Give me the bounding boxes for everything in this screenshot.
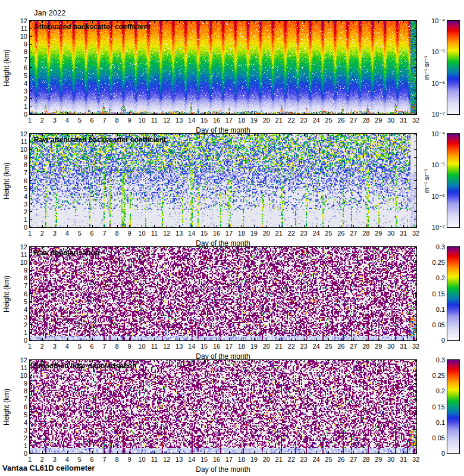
y-tick-label: 0	[7, 337, 27, 344]
x-tick-label: 3	[53, 456, 57, 463]
x-tick-label: 27	[350, 230, 357, 237]
y-tick-label: 10	[7, 33, 27, 40]
x-tick-label: 20	[263, 230, 270, 237]
y-tick-label: 6	[7, 64, 27, 71]
x-tick-label: 23	[300, 343, 307, 350]
x-tick-label: 6	[90, 343, 94, 350]
x-tick-label: 15	[200, 230, 208, 237]
x-tick-label: 16	[213, 343, 220, 350]
colorbar-tick-label: 10⁻⁴	[416, 130, 445, 138]
x-tick-label: 18	[238, 230, 245, 237]
x-tick-label: 29	[375, 343, 382, 350]
y-tick-label: 8	[7, 274, 27, 281]
x-tick-label: 14	[188, 230, 195, 237]
colorbar-tick-label: 0	[416, 450, 445, 457]
panel-title: Attenuated backscatter coefficient	[34, 23, 151, 31]
y-tick-label: 7	[7, 56, 27, 63]
x-tick-label: 11	[151, 117, 158, 124]
x-tick-label: 8	[115, 343, 118, 350]
y-tick-label: 11	[7, 364, 27, 371]
x-tick-label: 6	[90, 117, 94, 124]
y-tick-label: 1	[7, 442, 27, 449]
x-tick-label: 13	[175, 117, 183, 124]
x-tick-label: 11	[151, 343, 158, 350]
x-tick-label: 29	[375, 117, 382, 124]
x-tick-label: 28	[362, 456, 369, 463]
x-tick-label: 23	[300, 456, 307, 463]
x-tick-label: 8	[115, 456, 118, 463]
y-tick-label: 6	[7, 177, 27, 184]
y-tick-label: 11	[7, 25, 27, 32]
colorbar-tick-label: 0.25	[416, 372, 445, 379]
x-tick-label: 2	[40, 230, 44, 237]
colorbar-tick-label: 10⁻⁷	[416, 224, 445, 231]
x-tick-label: 17	[225, 456, 233, 463]
x-tick-label: 7	[103, 343, 106, 350]
colorbar	[447, 359, 460, 454]
y-tick-label: 7	[7, 395, 27, 402]
x-tick-label: 10	[138, 456, 145, 463]
colorbar-tick-label: 0.1	[416, 306, 445, 313]
x-tick-label: 31	[400, 117, 407, 124]
x-tick-label: 12	[163, 117, 170, 124]
y-tick-label: 1	[7, 329, 27, 336]
colorbar-tick-label: 10⁻⁶	[416, 192, 445, 200]
colorbar-tick-label: 10⁻⁵	[416, 161, 445, 169]
x-tick-label: 26	[337, 343, 344, 350]
y-tick-label: 12	[7, 17, 27, 24]
panel-title: Smoothed lidar depolarisation	[34, 362, 137, 370]
x-tick-label: 18	[238, 456, 245, 463]
colorbar-tick-label: 0.2	[416, 387, 445, 394]
y-tick-label: 7	[7, 282, 27, 289]
x-tick-label: 14	[188, 343, 195, 350]
y-tick-label: 12	[7, 243, 27, 250]
x-tick-label: 14	[188, 117, 195, 124]
y-tick-label: 10	[7, 372, 27, 379]
x-tick-label: 1	[28, 117, 32, 124]
panel-title: Raw attenuated backscatter coefficient	[34, 136, 166, 144]
x-tick-label: 6	[90, 456, 94, 463]
x-tick-label: 4	[65, 456, 69, 463]
y-tick-label: 6	[7, 290, 27, 298]
x-tick-label: 16	[213, 117, 220, 124]
x-tick-label: 30	[387, 456, 394, 463]
x-tick-label: 22	[288, 456, 295, 463]
x-tick-label: 30	[387, 117, 394, 124]
y-tick-label: 5	[7, 298, 27, 305]
colorbar-tick-label: 0.1	[416, 419, 445, 426]
y-tick-label: 12	[7, 130, 27, 137]
y-tick-label: 0	[7, 450, 27, 457]
x-tick-label: 13	[175, 456, 183, 463]
x-tick-label: 12	[163, 343, 170, 350]
colorbar-tick-label: 0.05	[416, 321, 445, 328]
x-tick-label: 15	[200, 117, 208, 124]
x-tick-label: 12	[163, 230, 170, 237]
y-tick-label: 3	[7, 314, 27, 321]
x-tick-label: 23	[300, 230, 307, 237]
x-tick-label: 23	[300, 117, 307, 124]
x-tick-label: 10	[138, 117, 145, 124]
x-tick-label: 11	[151, 456, 158, 463]
x-tick-label: 18	[238, 117, 245, 124]
x-tick-label: 21	[275, 117, 283, 124]
x-tick-label: 17	[225, 117, 233, 124]
y-tick-label: 4	[7, 419, 27, 426]
y-tick-label: 8	[7, 387, 27, 394]
y-tick-label: 0	[7, 224, 27, 231]
x-tick-label: 17	[225, 343, 233, 350]
y-tick-label: 9	[7, 267, 27, 274]
colorbar-tick-label: 0.05	[416, 434, 445, 441]
colorbar-tick-label: 10⁻⁶	[416, 79, 445, 87]
colorbar-tick-label: 10⁻⁷	[416, 111, 445, 118]
y-tick-label: 9	[7, 40, 27, 48]
x-tick-label: 8	[115, 117, 118, 124]
x-tick-label: 25	[325, 343, 332, 350]
x-tick-label: 9	[127, 230, 131, 237]
x-tick-label: 1	[28, 343, 32, 350]
colorbar-tick-label: 10⁻⁴	[416, 17, 445, 25]
heatmap-plot	[29, 359, 417, 454]
heatmap-plot	[29, 246, 417, 341]
x-tick-label: 14	[188, 456, 195, 463]
instrument-label: Vantaa CL61D ceilometer	[2, 464, 95, 472]
x-tick-label: 20	[263, 456, 270, 463]
